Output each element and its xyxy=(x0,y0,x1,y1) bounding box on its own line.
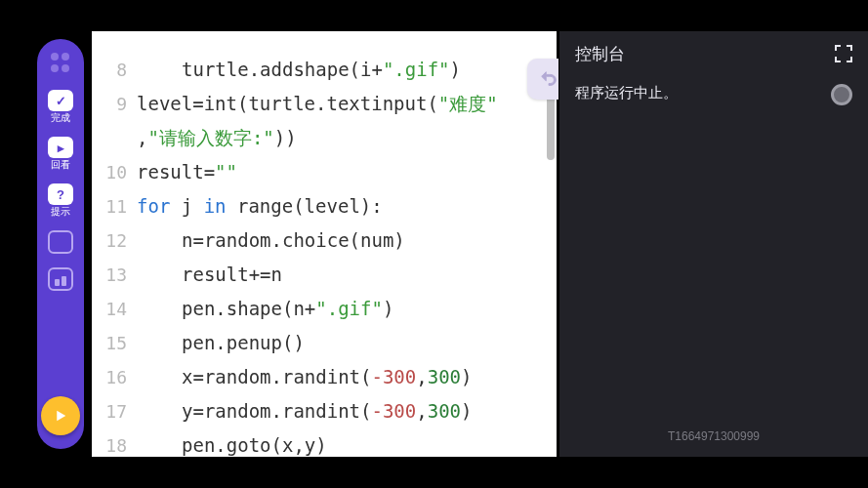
nav-item-hint[interactable]: ? 提示 xyxy=(48,183,73,217)
nav-item-replay[interactable]: ▸ 回看 xyxy=(48,137,73,170)
console-panel: 控制台 程序运行中止。 T1664971300999 xyxy=(558,31,868,457)
apps-icon[interactable] xyxy=(51,53,70,72)
console-title: 控制台 xyxy=(575,43,625,65)
console-footer-id: T1664971300999 xyxy=(559,429,868,443)
fullscreen-icon[interactable] xyxy=(835,45,852,62)
record-icon[interactable] xyxy=(831,84,852,105)
line-number-gutter: 89101112131415161718 xyxy=(92,31,133,457)
nav-label: 回看 xyxy=(51,160,70,170)
tv-icon: ▸ xyxy=(48,137,73,158)
layout-icon[interactable] xyxy=(48,267,73,291)
console-message: 程序运行中止。 xyxy=(575,84,678,102)
nav-label: 完成 xyxy=(51,113,70,123)
nav-item-complete[interactable]: ✓ 完成 xyxy=(48,90,73,123)
files-icon[interactable] xyxy=(48,230,73,254)
sidebar: ✓ 完成 ▸ 回看 ? 提示 xyxy=(37,39,84,449)
code-content[interactable]: turtle.addshape(i+".gif")level=int(turtl… xyxy=(137,53,547,457)
run-button[interactable] xyxy=(41,396,80,435)
help-icon: ? xyxy=(48,183,73,205)
nav-label: 提示 xyxy=(51,207,70,217)
check-icon: ✓ xyxy=(48,90,73,111)
code-editor[interactable]: 89101112131415161718 turtle.addshape(i+"… xyxy=(92,31,557,457)
